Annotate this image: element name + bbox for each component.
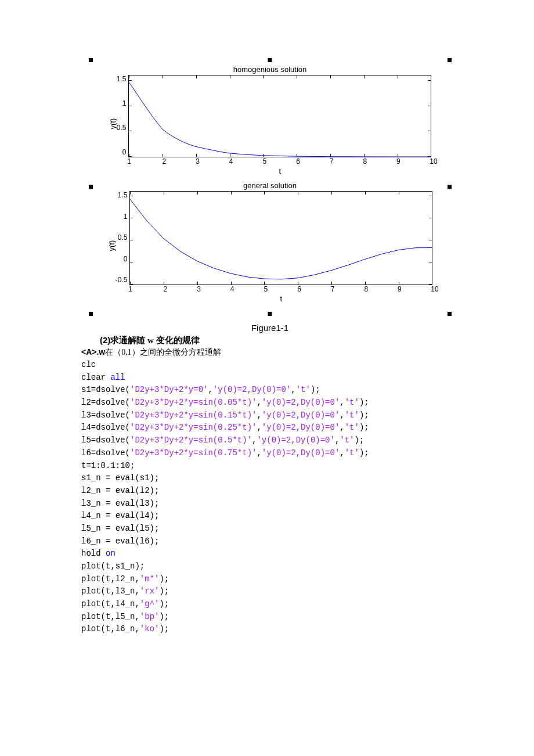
selection-handle[interactable] — [448, 312, 452, 316]
tick-label: 1 — [128, 285, 129, 293]
x-ticks: 1 2 3 4 5 6 7 8 9 10 — [130, 285, 432, 293]
selection-handle[interactable] — [89, 312, 93, 316]
code-line: clear — [81, 373, 110, 382]
code-line: clc — [81, 360, 96, 369]
x-axis-label: t — [128, 167, 431, 175]
chart-title: homogenious solution — [93, 65, 447, 74]
code-string: 'D2y+3*Dy+2*y=sin(0.15*t)' — [130, 411, 257, 420]
code-line: t=1:0.1:10; — [81, 461, 135, 470]
selection-handle[interactable] — [448, 185, 452, 189]
figure-caption: Figure1-1 — [81, 323, 459, 333]
code-line: hold — [81, 549, 106, 558]
code-block: clc clear all s1=dsolve('D2y+3*Dy+2*y=0'… — [81, 359, 459, 636]
code-string: 'm*' — [140, 574, 160, 584]
tick-label: 3 — [197, 285, 197, 293]
code-string: 'D2y+3*Dy+2*y=sin(0.25*t)' — [130, 423, 257, 432]
code-line: plot(t,l3_n, — [81, 586, 140, 596]
code-keyword: all — [110, 373, 125, 382]
selection-handle[interactable] — [268, 312, 272, 316]
x-axis-label: t — [129, 294, 432, 303]
code-string: 'y(0)=2,Dy(0)=0' — [262, 448, 340, 458]
code-string: 'D2y+3*Dy+2*y=sin(0.75*t)' — [130, 448, 257, 458]
code-string: 't' — [345, 448, 359, 458]
line-curve — [129, 75, 431, 157]
heading-number: (2) — [100, 335, 110, 345]
figure-inner: homogenious solution y(t) 1.5 1 0.5 0 — [89, 58, 452, 316]
code-string: 'y(0)=2,Dy(0)=0' — [262, 411, 340, 420]
tick-label: 4 — [230, 285, 231, 293]
tick-label: 1 — [122, 99, 127, 107]
tick-label: 4 — [229, 157, 230, 165]
tick-label: 5 — [264, 285, 264, 293]
code-line: l5_n = eval(l5); — [81, 524, 159, 533]
code-string: 'rx' — [140, 586, 160, 596]
code-string: 't' — [345, 423, 359, 432]
subheading-tag: <A>.w — [81, 347, 105, 357]
y-ticks: 1.5 1 0.5 0 — [117, 75, 129, 156]
code-line: l6=dsolve( — [81, 448, 130, 458]
selection-handle[interactable] — [268, 58, 272, 62]
code-line: l3_n = eval(l3); — [81, 499, 159, 508]
selection-handle[interactable] — [448, 58, 452, 62]
code-string: 'y(0)=2,Dy(0)=0' — [213, 385, 291, 394]
tick-label: -0.5 — [116, 276, 128, 284]
figure-panel: homogenious solution y(t) 1.5 1 0.5 0 — [89, 58, 452, 316]
tick-label: 7 — [331, 285, 331, 293]
code-line: l4=dsolve( — [81, 423, 130, 432]
tick-label: 1 — [124, 213, 128, 221]
tick-label: 0 — [122, 148, 127, 156]
chart-homogeneous: homogenious solution y(t) 1.5 1 0.5 0 — [93, 65, 447, 175]
y-axis-label: y(t) — [108, 121, 117, 129]
plot-row: y(t) 1.5 1 0.5 0 — [93, 75, 447, 175]
code-line: s1=dsolve( — [81, 385, 130, 394]
code-line: l2_n = eval(l2); — [81, 486, 159, 495]
code-line: s1_n = eval(s1); — [81, 473, 159, 483]
y-ticks: 1.5 1 0.5 0 -0.5 — [116, 191, 130, 284]
line-curve — [130, 192, 432, 285]
page: homogenious solution y(t) 1.5 1 0.5 0 — [0, 0, 534, 671]
plot-row: y(t) 1.5 1 0.5 0 -0.5 — [93, 191, 447, 303]
code-string: 't' — [345, 411, 359, 420]
code-string: 'ko' — [140, 624, 160, 633]
tick-label: 1.5 — [117, 75, 127, 83]
code-line: l6_n = eval(l6); — [81, 537, 159, 546]
tick-label: 0 — [124, 255, 128, 263]
tick-label: 5 — [262, 157, 263, 165]
section-heading-2: (2)求通解随 w 变化的规律 — [100, 335, 459, 346]
tick-label: 6 — [297, 285, 298, 293]
tick-label: 9 — [396, 157, 397, 165]
selection-handle[interactable] — [89, 185, 93, 189]
tick-label: 1 — [127, 157, 128, 165]
code-string: 'y(0)=2,Dy(0)=0' — [262, 398, 340, 407]
code-line: l3=dsolve( — [81, 411, 130, 420]
code-line: plot(t,l6_n, — [81, 624, 140, 633]
plot-column: 1 2 3 4 5 6 7 8 9 10 t — [128, 75, 431, 175]
code-line: plot(t,l5_n, — [81, 612, 140, 621]
code-string: 'y(0)=2,Dy(0)=0' — [257, 435, 334, 445]
tick-label: 10 — [431, 285, 431, 293]
x-ticks: 1 2 3 4 5 6 7 8 9 10 — [129, 157, 431, 165]
code-string: 'y(0)=2,Dy(0)=0' — [262, 423, 340, 432]
tick-label: 2 — [163, 157, 163, 165]
code-line: plot(t,s1_n); — [81, 561, 145, 571]
code-line: l2=dsolve( — [81, 398, 130, 407]
code-string: 'D2y+3*Dy+2*y=sin(0.05*t)' — [130, 398, 257, 407]
code-string: 'g^' — [140, 599, 160, 609]
y-axis-label: y(t) — [107, 243, 116, 251]
tick-label: 3 — [196, 157, 196, 165]
plot-area — [128, 75, 431, 157]
code-string: 'bp' — [140, 612, 160, 621]
code-string: 't' — [296, 385, 311, 394]
code-string: 'D2y+3*Dy+2*y=sin(0.5*t)' — [130, 435, 252, 445]
tick-label: 0.5 — [117, 124, 127, 132]
tick-label: 8 — [363, 157, 363, 165]
chart-general: general solution y(t) 1.5 1 0.5 0 -0.5 — [93, 181, 447, 303]
tick-label: 10 — [430, 157, 430, 165]
tick-label: 1.5 — [118, 191, 128, 199]
code-line: plot(t,l4_n, — [81, 599, 140, 609]
tick-label: 6 — [296, 157, 297, 165]
selection-handle[interactable] — [89, 58, 93, 62]
code-line: l4_n = eval(l4); — [81, 511, 159, 520]
tick-label: 0.5 — [118, 233, 128, 242]
sub-heading-a: <A>.w在（0,1）之间的全微分方程通解 — [81, 347, 459, 358]
